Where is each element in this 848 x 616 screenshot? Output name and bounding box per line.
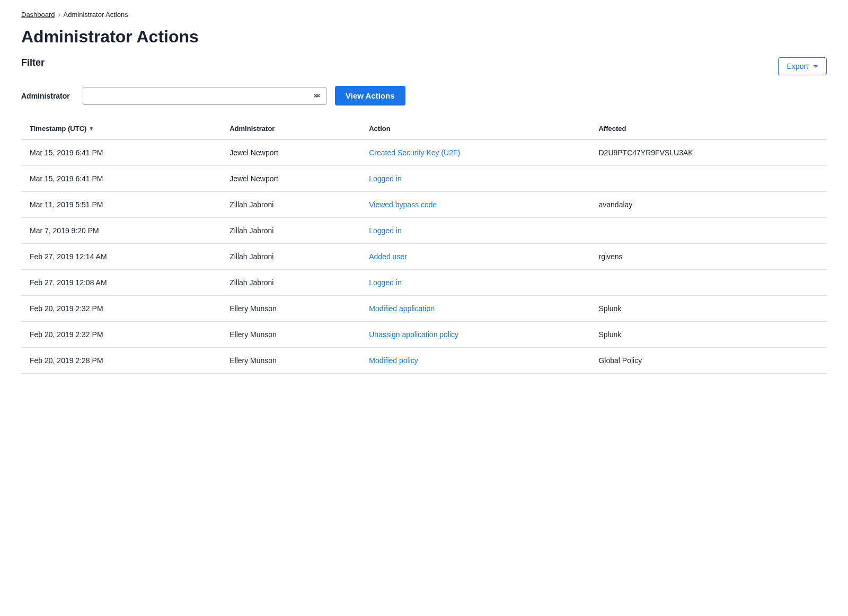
breadcrumb-current: Administrator Actions — [64, 11, 128, 19]
table-row: Feb 27, 2019 12:08 AMZillah JabroniLogge… — [21, 270, 827, 296]
cell-timestamp: Feb 27, 2019 12:08 AM — [21, 270, 221, 296]
action-link[interactable]: Unassign application policy — [369, 330, 458, 339]
cell-action[interactable]: Modified policy — [360, 348, 590, 374]
col-administrator-label: Administrator — [229, 125, 275, 133]
cell-affected: rgivens — [590, 244, 827, 270]
table-row: Mar 7, 2019 9:20 PMZillah JabroniLogged … — [21, 218, 827, 244]
col-action-label: Action — [369, 125, 390, 133]
cell-action[interactable]: Modified application — [360, 296, 590, 322]
table-row: Feb 20, 2019 2:28 PMEllery MunsonModifie… — [21, 348, 827, 374]
cell-administrator: Zillah Jabroni — [221, 218, 360, 244]
col-timestamp-label: Timestamp (UTC) — [30, 125, 86, 133]
export-button[interactable]: Export — [778, 57, 827, 75]
administrator-filter-label: Administrator — [21, 92, 74, 100]
col-administrator: Administrator — [221, 118, 360, 139]
cell-action[interactable]: Logged in — [360, 270, 590, 296]
cell-administrator: Jewel Newport — [221, 166, 360, 192]
table-row: Feb 20, 2019 2:32 PMEllery MunsonUnassig… — [21, 322, 827, 348]
breadcrumb-separator: › — [58, 11, 60, 19]
cell-timestamp: Feb 20, 2019 2:32 PM — [21, 296, 221, 322]
cell-affected — [590, 166, 827, 192]
page-title: Administrator Actions — [21, 27, 827, 47]
cell-action[interactable]: Added user — [360, 244, 590, 270]
action-link[interactable]: Modified policy — [369, 356, 418, 365]
col-action: Action — [360, 118, 590, 139]
cell-action[interactable]: Created Security Key (U2F) — [360, 139, 590, 166]
cell-timestamp: Mar 15, 2019 6:41 PM — [21, 166, 221, 192]
filter-label: Filter — [21, 57, 45, 68]
cell-affected: Splunk — [590, 296, 827, 322]
cell-affected: Global Policy — [590, 348, 827, 374]
action-link[interactable]: Logged in — [369, 174, 402, 183]
action-link[interactable]: Created Security Key (U2F) — [369, 148, 460, 157]
action-link[interactable]: Viewed bypass code — [369, 200, 437, 209]
cell-timestamp: Mar 11, 2019 5:51 PM — [21, 192, 221, 218]
table-row: Mar 11, 2019 5:51 PMZillah JabroniViewed… — [21, 192, 827, 218]
action-link[interactable]: Logged in — [369, 278, 402, 287]
administrator-select[interactable]: Jewel Newport Zillah Jabroni Ellery Muns… — [83, 87, 326, 105]
filter-row: Administrator Jewel Newport Zillah Jabro… — [21, 86, 827, 105]
cell-administrator: Jewel Newport — [221, 139, 360, 166]
filter-section: Filter Export — [21, 57, 827, 75]
cell-affected: Splunk — [590, 322, 827, 348]
cell-administrator: Ellery Munson — [221, 296, 360, 322]
cell-administrator: Ellery Munson — [221, 322, 360, 348]
action-link[interactable]: Logged in — [369, 226, 402, 235]
cell-affected: avandalay — [590, 192, 827, 218]
table-container: Timestamp (UTC) ▼ Administrator Action A… — [21, 118, 827, 374]
cell-administrator: Zillah Jabroni — [221, 192, 360, 218]
cell-action[interactable]: Logged in — [360, 218, 590, 244]
table-header-row: Timestamp (UTC) ▼ Administrator Action A… — [21, 118, 827, 139]
cell-action[interactable]: Unassign application policy — [360, 322, 590, 348]
col-timestamp[interactable]: Timestamp (UTC) ▼ — [21, 118, 221, 139]
col-affected-label: Affected — [598, 125, 626, 133]
col-affected: Affected — [590, 118, 827, 139]
action-link[interactable]: Added user — [369, 252, 407, 261]
table-row: Mar 15, 2019 6:41 PMJewel NewportCreated… — [21, 139, 827, 166]
cell-timestamp: Feb 27, 2019 12:14 AM — [21, 244, 221, 270]
breadcrumb: Dashboard › Administrator Actions — [21, 11, 827, 19]
chevron-down-icon — [814, 65, 818, 68]
table-row: Feb 20, 2019 2:32 PMEllery MunsonModifie… — [21, 296, 827, 322]
cell-administrator: Ellery Munson — [221, 348, 360, 374]
cell-affected — [590, 270, 827, 296]
actions-table: Timestamp (UTC) ▼ Administrator Action A… — [21, 118, 827, 374]
export-label: Export — [787, 62, 808, 71]
cell-administrator: Zillah Jabroni — [221, 270, 360, 296]
cell-timestamp: Mar 7, 2019 9:20 PM — [21, 218, 221, 244]
sort-icon: ▼ — [89, 126, 94, 131]
cell-timestamp: Feb 20, 2019 2:28 PM — [21, 348, 221, 374]
cell-administrator: Zillah Jabroni — [221, 244, 360, 270]
cell-affected — [590, 218, 827, 244]
cell-action[interactable]: Logged in — [360, 166, 590, 192]
action-link[interactable]: Modified application — [369, 304, 435, 313]
cell-timestamp: Feb 20, 2019 2:32 PM — [21, 322, 221, 348]
table-row: Feb 27, 2019 12:14 AMZillah JabroniAdded… — [21, 244, 827, 270]
breadcrumb-dashboard[interactable]: Dashboard — [21, 11, 55, 19]
cell-timestamp: Mar 15, 2019 6:41 PM — [21, 139, 221, 166]
table-row: Mar 15, 2019 6:41 PMJewel NewportLogged … — [21, 166, 827, 192]
cell-action[interactable]: Viewed bypass code — [360, 192, 590, 218]
view-actions-button[interactable]: View Actions — [335, 86, 405, 105]
cell-affected: D2U9PTC47YR9FVSLU3AK — [590, 139, 827, 166]
